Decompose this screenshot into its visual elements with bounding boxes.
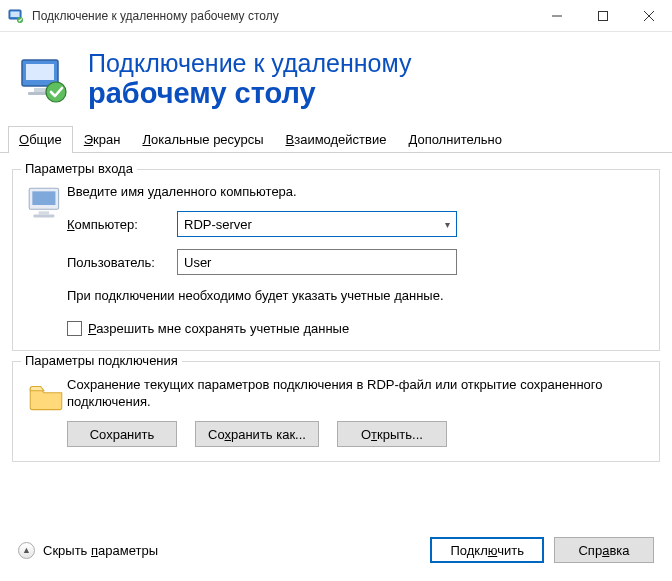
- svg-rect-8: [26, 64, 54, 80]
- credentials-note: При подключении необходимо будет указать…: [67, 287, 647, 305]
- tab-advanced[interactable]: Дополнительно: [397, 126, 513, 153]
- svg-rect-15: [33, 215, 54, 218]
- tab-display[interactable]: Экран: [73, 126, 132, 153]
- login-settings-legend: Параметры входа: [21, 161, 137, 176]
- titlebar: Подключение к удаленному рабочему столу: [0, 0, 672, 32]
- chevron-up-icon[interactable]: ▲: [18, 542, 35, 559]
- maximize-button[interactable]: [580, 0, 626, 32]
- tab-experience[interactable]: Взаимодействие: [275, 126, 398, 153]
- banner-title-line2: рабочему столу: [88, 78, 412, 110]
- tab-local-resources[interactable]: Локальные ресурсы: [131, 126, 274, 153]
- svg-rect-13: [32, 192, 55, 206]
- connection-settings-legend: Параметры подключения: [21, 353, 182, 368]
- save-button[interactable]: Сохранить: [67, 421, 177, 447]
- login-intro-text: Введите имя удаленного компьютера.: [67, 184, 647, 199]
- folder-icon: [25, 376, 67, 447]
- connection-desc: Сохранение текущих параметров подключени…: [67, 376, 647, 411]
- svg-rect-9: [34, 88, 46, 92]
- save-credentials-label: Разрешить мне сохранять учетные данные: [88, 321, 349, 336]
- close-button[interactable]: [626, 0, 672, 32]
- user-label: Пользователь:: [67, 255, 177, 270]
- computer-icon: [25, 184, 67, 336]
- app-icon: [8, 8, 24, 24]
- connection-settings-group: Параметры подключения Сохранение текущих…: [12, 361, 660, 462]
- rdp-hero-icon: [18, 54, 70, 106]
- computer-label: Компьютер:: [67, 217, 177, 232]
- help-button[interactable]: Справка: [554, 537, 654, 563]
- minimize-button[interactable]: [534, 0, 580, 32]
- computer-value: RDP-server: [184, 217, 252, 232]
- tab-general[interactable]: Общие: [8, 126, 73, 153]
- svg-rect-4: [599, 11, 608, 20]
- computer-combobox[interactable]: RDP-server ▾: [177, 211, 457, 237]
- collapse-link[interactable]: Скрыть параметры: [43, 543, 158, 558]
- connect-button[interactable]: Подключить: [430, 537, 544, 563]
- banner-title-line1: Подключение к удаленному: [88, 50, 412, 78]
- open-button[interactable]: Открыть...: [337, 421, 447, 447]
- tab-strip: Общие Экран Локальные ресурсы Взаимодейс…: [0, 125, 672, 153]
- svg-point-11: [46, 82, 66, 102]
- save-credentials-checkbox[interactable]: [67, 321, 82, 336]
- header-banner: Подключение к удаленному рабочему столу: [0, 32, 672, 125]
- svg-rect-14: [39, 212, 50, 215]
- svg-rect-1: [11, 11, 20, 17]
- chevron-down-icon: ▾: [445, 219, 450, 230]
- footer-bar: ▲ Скрыть параметры Подключить Справка: [0, 523, 672, 581]
- save-as-button[interactable]: Сохранить как...: [195, 421, 319, 447]
- user-input[interactable]: [177, 249, 457, 275]
- window-title: Подключение к удаленному рабочему столу: [32, 9, 534, 23]
- login-settings-group: Параметры входа Введите имя удаленного к…: [12, 169, 660, 351]
